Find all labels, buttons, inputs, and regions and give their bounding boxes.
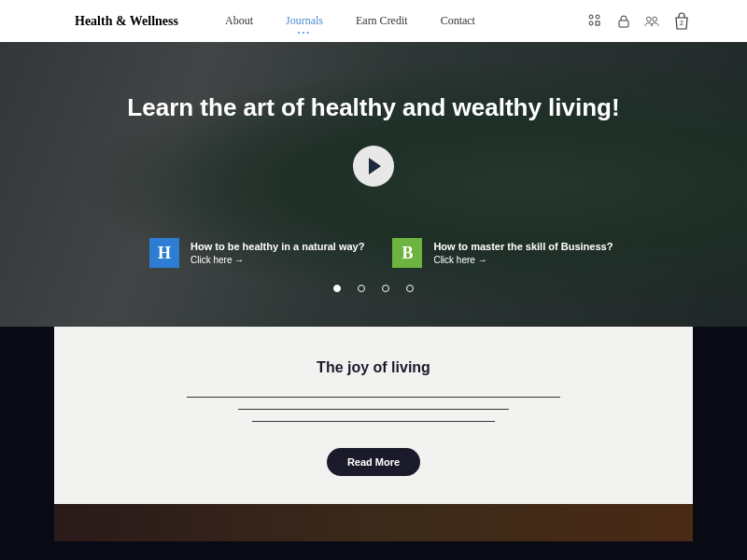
svg-point-2	[589, 21, 593, 25]
joy-section: The joy of living Read More	[54, 327, 693, 504]
badge-b: B	[392, 238, 422, 268]
placeholder-lines	[129, 397, 618, 422]
dot-3[interactable]	[382, 285, 389, 292]
svg-rect-4	[619, 21, 628, 27]
badge-h: H	[149, 238, 179, 268]
svg-point-6	[653, 17, 657, 21]
hero-title: Learn the art of healthy and wealthy liv…	[56, 42, 691, 122]
nav-earn-credit[interactable]: Earn Credit	[356, 14, 408, 28]
card-link[interactable]: Click here	[433, 255, 613, 265]
line	[238, 409, 509, 410]
lock-icon[interactable]	[616, 14, 631, 29]
svg-point-1	[596, 15, 599, 19]
shopping-bag-icon[interactable]: 2	[672, 12, 691, 31]
nav-contact[interactable]: Contact	[441, 14, 475, 28]
card-title: How to be healthy in a natural way?	[190, 241, 364, 252]
card-link[interactable]: Click here	[190, 255, 364, 265]
header-actions: 2	[588, 12, 691, 31]
nav-journals[interactable]: Journals	[286, 14, 323, 28]
line	[187, 397, 560, 398]
play-button[interactable]	[353, 146, 394, 187]
dot-2[interactable]	[358, 285, 365, 292]
users-icon[interactable]	[644, 14, 659, 29]
svg-rect-3	[596, 21, 599, 25]
card-title: How to master the skill of Business?	[433, 241, 613, 252]
header: Health & Wellness About Journals Earn Cr…	[0, 0, 747, 42]
hero-section: Learn the art of healthy and wealthy liv…	[0, 42, 747, 327]
card-business[interactable]: B How to master the skill of Business? C…	[392, 238, 613, 268]
line	[252, 421, 495, 422]
dot-1[interactable]	[333, 285, 341, 292]
read-more-button[interactable]: Read More	[327, 448, 420, 476]
hero-cards: H How to be healthy in a natural way? Cl…	[56, 238, 691, 268]
svg-point-5	[646, 17, 651, 21]
card-text: How to be healthy in a natural way? Clic…	[190, 241, 364, 265]
section-title: The joy of living	[129, 359, 618, 376]
carousel-dots	[56, 285, 691, 292]
nav-about[interactable]: About	[225, 14, 253, 28]
footer-image-strip	[54, 504, 693, 541]
svg-point-0	[589, 15, 593, 19]
brand-logo[interactable]: Health & Wellness	[75, 14, 178, 29]
card-health[interactable]: H How to be healthy in a natural way? Cl…	[149, 238, 364, 268]
play-icon	[369, 158, 381, 175]
apps-icon[interactable]	[588, 14, 603, 29]
svg-text:2: 2	[680, 20, 684, 26]
card-text: How to master the skill of Business? Cli…	[433, 241, 613, 265]
main-nav: About Journals Earn Credit Contact	[225, 14, 475, 28]
dot-4[interactable]	[406, 285, 414, 292]
